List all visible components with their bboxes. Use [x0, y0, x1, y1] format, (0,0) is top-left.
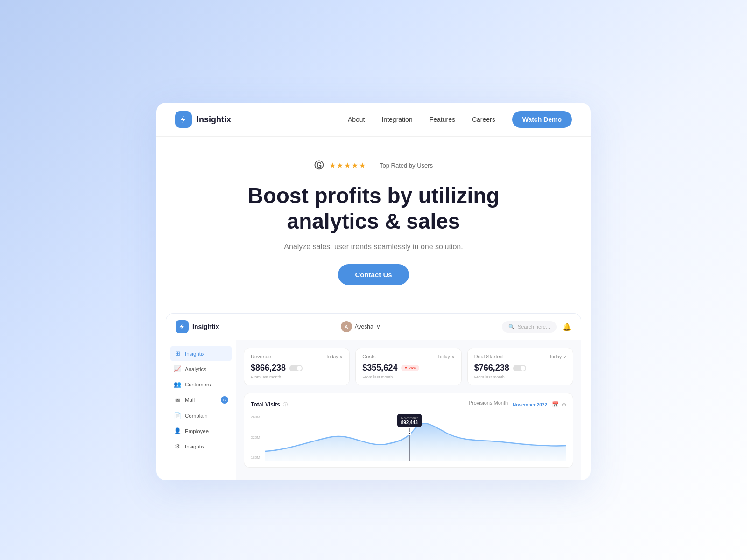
- sidebar-label-analytics: Analytics: [185, 366, 206, 372]
- metric-costs: Costs Today ∨ $355,624 ▼ 26% From last: [355, 348, 461, 385]
- metric-costs-period: Today ∨: [437, 354, 455, 359]
- star-rating: ★★★★★: [329, 161, 366, 170]
- sidebar-item-employee[interactable]: 👤 Employee: [166, 423, 236, 439]
- metric-deal-sub: From last month: [474, 375, 566, 379]
- sidebar-item-complain[interactable]: 📄 Complain: [166, 408, 236, 423]
- metric-deal: Deal Started Today ∨ $766,238 From las: [467, 348, 573, 385]
- chart-area: 260M 220M 180M November 892,443: [251, 414, 566, 461]
- revenue-toggle[interactable]: [289, 365, 303, 371]
- sidebar-item-settings[interactable]: ⚙ Insightix: [166, 439, 236, 454]
- chart-section: Total Visits ⓘ Provisions Month November…: [244, 393, 573, 468]
- metric-deal-value: $766,238: [474, 363, 566, 373]
- search-bar[interactable]: 🔍 Search here...: [502, 321, 557, 333]
- nav-features[interactable]: Features: [430, 116, 455, 123]
- chart-header: Total Visits ⓘ Provisions Month November…: [251, 400, 566, 409]
- top-rated-text: Top Rated by Users: [380, 162, 433, 169]
- metric-deal-header: Deal Started Today ∨: [474, 354, 566, 359]
- dashboard-header: Insightix A Ayesha ∨ 🔍 Search here... 🔔: [166, 314, 581, 340]
- metric-revenue-period: Today ∨: [326, 354, 343, 359]
- y-label-180: 180M: [251, 455, 260, 460]
- complain-icon: 📄: [174, 412, 181, 419]
- dashboard-brand-icon: [176, 320, 189, 333]
- chart-data-point: [408, 432, 411, 435]
- g-logo-icon: Ⓖ: [314, 159, 324, 172]
- metric-revenue-sub: From last month: [251, 375, 343, 379]
- dashboard-brand-name: Insightix: [192, 323, 219, 330]
- sidebar-item-insightix[interactable]: ⊞ Insightix: [170, 346, 232, 361]
- metric-costs-title: Costs: [362, 354, 375, 359]
- metric-revenue-header: Revenue Today ∨: [251, 354, 343, 359]
- sidebar-item-analytics[interactable]: 📈 Analytics: [166, 361, 236, 377]
- rating-divider: |: [372, 161, 374, 170]
- chevron-down-icon: ∨: [563, 354, 566, 359]
- navbar: Insightix About Integration Features Car…: [156, 103, 591, 137]
- user-avatar: A: [341, 321, 352, 332]
- watch-demo-button[interactable]: Watch Demo: [512, 111, 572, 128]
- sidebar-item-mail[interactable]: ✉ Mail 12: [166, 392, 236, 408]
- chart-action-icons: 📅 ⊖: [552, 401, 566, 408]
- contact-us-button[interactable]: Contact Us: [338, 264, 409, 285]
- metric-revenue: Revenue Today ∨ $866,238 From last mon: [244, 348, 350, 385]
- dashboard-sidebar: ⊞ Insightix 📈 Analytics 👥 Customers ✉ Ma…: [166, 340, 236, 480]
- brand: Insightix: [175, 111, 231, 128]
- dashboard-body: ⊞ Insightix 📈 Analytics 👥 Customers ✉ Ma…: [166, 340, 581, 480]
- main-card: Insightix About Integration Features Car…: [156, 103, 591, 480]
- metric-costs-value: $355,624 ▼ 26%: [362, 363, 454, 373]
- analytics-icon: 📈: [174, 365, 181, 372]
- grid-icon: ⊞: [174, 350, 181, 357]
- calendar-icon[interactable]: 📅: [552, 401, 559, 408]
- dashboard-user[interactable]: A Ayesha ∨: [341, 321, 381, 332]
- chart-title-row: Total Visits ⓘ: [251, 401, 288, 408]
- hero-title: Boost profits by utilizing analytics & s…: [175, 183, 572, 234]
- sidebar-item-customers[interactable]: 👥 Customers: [166, 377, 236, 392]
- minus-icon[interactable]: ⊖: [562, 401, 566, 408]
- user-dropdown-icon: ∨: [376, 323, 381, 330]
- hero-rating: Ⓖ ★★★★★ | Top Rated by Users: [175, 159, 572, 172]
- dashboard-main: Revenue Today ∨ $866,238 From last mon: [236, 340, 581, 480]
- chart-y-labels: 260M 220M 180M: [251, 414, 260, 461]
- metric-revenue-title: Revenue: [251, 354, 271, 359]
- info-icon: ⓘ: [283, 401, 288, 408]
- dashboard-brand: Insightix: [176, 320, 219, 333]
- chevron-down-icon: ∨: [451, 354, 455, 359]
- page-wrapper: Insightix About Integration Features Car…: [0, 0, 747, 560]
- mail-icon: ✉: [174, 397, 181, 404]
- mail-badge: 12: [221, 396, 228, 404]
- brand-name: Insightix: [197, 115, 231, 125]
- search-placeholder: Search here...: [518, 324, 550, 329]
- chart-right-controls: Provisions Month November 2022 📅 ⊖: [469, 400, 566, 409]
- sidebar-label-insightix: Insightix: [185, 351, 204, 357]
- provision-title: Provisions Month: [469, 400, 508, 406]
- metric-costs-header: Costs Today ∨: [362, 354, 454, 359]
- search-icon: 🔍: [508, 324, 515, 330]
- nav-about[interactable]: About: [348, 116, 365, 123]
- dashboard-preview: Insightix A Ayesha ∨ 🔍 Search here... 🔔: [166, 313, 581, 480]
- chart-period: November 2022: [513, 402, 547, 407]
- chevron-down-icon: ∨: [339, 354, 343, 359]
- sidebar-label-complain: Complain: [185, 413, 208, 419]
- sidebar-label-settings: Insightix: [185, 444, 204, 449]
- settings-icon: ⚙: [174, 443, 181, 450]
- metric-costs-sub: From last month: [362, 375, 454, 379]
- user-name: Ayesha: [355, 323, 374, 330]
- costs-badge: ▼ 26%: [401, 365, 419, 371]
- brand-icon: [175, 111, 192, 128]
- metric-revenue-value: $866,238: [251, 363, 343, 373]
- chart-title: Total Visits: [251, 401, 280, 408]
- y-label-220: 220M: [251, 435, 260, 440]
- employee-icon: 👤: [174, 427, 181, 434]
- bell-icon[interactable]: 🔔: [562, 322, 571, 331]
- nav-careers[interactable]: Careers: [472, 116, 495, 123]
- chart-svg-wrapper: November 892,443: [265, 414, 566, 462]
- hero-subtitle: Analyze sales, user trends seamlessly in…: [175, 243, 572, 251]
- area-chart-svg: [265, 414, 566, 461]
- sidebar-label-mail: Mail: [185, 397, 195, 403]
- sidebar-label-employee: Employee: [185, 428, 209, 434]
- metrics-row: Revenue Today ∨ $866,238 From last mon: [244, 348, 573, 385]
- metric-deal-title: Deal Started: [474, 354, 503, 359]
- sidebar-label-customers: Customers: [185, 382, 211, 387]
- nav-integration[interactable]: Integration: [382, 116, 413, 123]
- y-label-260: 260M: [251, 415, 260, 419]
- deal-toggle[interactable]: [513, 365, 526, 371]
- hero-section: Ⓖ ★★★★★ | Top Rated by Users Boost profi…: [156, 137, 591, 302]
